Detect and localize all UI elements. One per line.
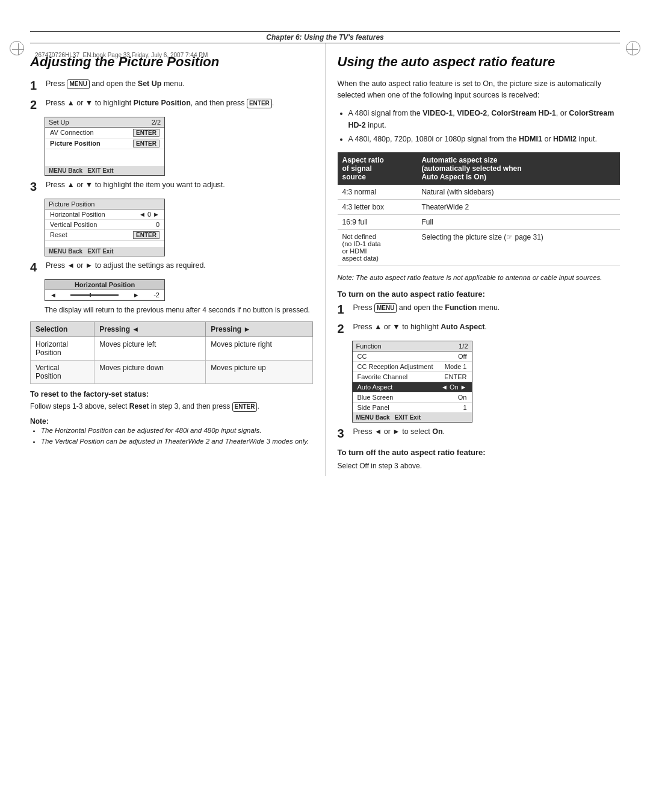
hpos-right-arrow: ► [133, 291, 140, 299]
hpos-left-action: Moves picture left [94, 337, 206, 361]
note-section: Note: The Horizontal Position can be adj… [30, 417, 313, 447]
hpos-slider-row: ◄ ► -2 [45, 290, 164, 300]
selection-table: Selection Pressing ◄ Pressing ► Horizont… [30, 321, 313, 384]
func-title-bar: Function 1/2 [353, 341, 472, 352]
right-step-2-content: Press ▲ or ▼ to highlight Auto Aspect. [353, 321, 621, 336]
menu-icon-r1: MENU [374, 303, 397, 313]
func-title: Function [356, 342, 382, 350]
screen-setup-page: 2/2 [152, 119, 161, 126]
reset-label: Reset [50, 231, 67, 239]
func-page: 1/2 [459, 342, 468, 350]
to-reset-heading: To reset to the factory-set status: [30, 390, 313, 398]
fav-enter-btn: ENTER [444, 373, 466, 380]
right-step-1-content: Press MENU and open the Function menu. [353, 302, 621, 317]
hpos-controls: ◄ 0 ► [139, 211, 159, 218]
enter-icon-reset: ENTER [232, 402, 258, 412]
screen-pp-footer: MENU Back EXIT Exit [45, 247, 164, 256]
pressing-right-col-header: Pressing ► [206, 322, 312, 337]
screen-pp-title: Picture Position [49, 200, 94, 208]
aspect-ratio-table: Aspect ratioof signalsource Automatic as… [338, 152, 621, 265]
step-2-content: Press ▲ or ▼ to highlight Picture Positi… [46, 98, 313, 112]
right-step-2: 2 Press ▲ or ▼ to highlight Auto Aspect. [338, 321, 621, 336]
vpos-left-action: Moves picture down [94, 361, 206, 384]
right-section-title: Using the auto aspect ratio feature [338, 54, 621, 70]
screen-pp-empty [45, 241, 164, 247]
blue-screen-value: On [458, 394, 467, 401]
bullet-list: A 480i signal from the VIDEO-1, VIDEO-2,… [338, 107, 621, 145]
page-wrapper: 267470726HL37_EN.book Page 33 Friday, Ju… [0, 31, 650, 812]
step-1-content: Press MENU and open the Set Up menu. [46, 78, 313, 93]
picture-position-label: Picture Position [50, 140, 101, 147]
list-item: The Vertical Position can be adjusted in… [41, 436, 313, 447]
func-menu-back: MENU Back [356, 414, 390, 421]
vpos-value: 0 [156, 221, 159, 228]
func-row-fav: Favorite Channel ENTER [353, 372, 472, 382]
picture-enter-btn: ENTER [133, 140, 159, 147]
signal-169-full: 16:9 full [338, 214, 417, 229]
func-row-blue-screen: Blue Screen On [353, 392, 472, 403]
table-row: 4:3 letter box TheaterWide 2 [338, 199, 621, 214]
func-footer: MENU Back EXIT Exit [353, 413, 472, 422]
menu-back-label: MENU Back [49, 167, 82, 174]
table-row: Not defined(no ID-1 dataor HDMIaspect da… [338, 229, 621, 265]
vpos-selection: VerticalPosition [31, 361, 94, 384]
aspect-col1-header: Aspect ratioof signalsource [338, 152, 417, 185]
intro-text: When the auto aspect ratio feature is se… [338, 78, 621, 101]
screen-setup-title: Set Up [49, 119, 69, 126]
right-step-1-number: 1 [338, 302, 351, 317]
selection-col-header: Selection [31, 322, 94, 337]
screen-row-hpos: Horizontal Position ◄ 0 ► [45, 209, 164, 220]
aspect-43-letterbox: TheaterWide 2 [416, 199, 620, 214]
screen-row-av: AV Connection ENTER [45, 128, 164, 138]
turn-off-heading: To turn off the auto aspect ratio featur… [338, 448, 621, 457]
pp-exit: EXIT Exit [87, 248, 113, 255]
screen-empty-space [45, 149, 164, 166]
screen-picture-position-mockup: Picture Position Horizontal Position ◄ 0… [45, 199, 165, 256]
crosshair-tl [12, 43, 24, 55]
screen-setup-mockup: Set Up 2/2 AV Connection ENTER Picture P… [45, 117, 165, 176]
note-italic: Note: The auto aspect ratio feature is n… [338, 273, 621, 282]
crosshair-tr [626, 43, 638, 55]
note-list: The Horizontal Position can be adjusted … [30, 426, 313, 447]
hpos-selection: HorizontalPosition [31, 337, 94, 361]
step-3-content: Press ▲ or ▼ to highlight the item you w… [46, 179, 313, 194]
hpos-label: Horizontal Position [50, 211, 105, 218]
right-step-2-number: 2 [338, 321, 351, 336]
pressing-left-col-header: Pressing ◄ [94, 322, 206, 337]
func-row-cc-adj: CC Reception Adjustment Mode 1 [353, 362, 472, 372]
hpos-slider [70, 294, 119, 296]
aspect-not-defined: Selecting the picture size (☞ page 31) [416, 229, 620, 265]
hpos-screen-title: Horizontal Position [45, 280, 164, 290]
signal-not-defined: Not defined(no ID-1 dataor HDMIaspect da… [338, 229, 417, 265]
side-panel-label: Side Panel [358, 404, 389, 411]
content-area: Adjusting the Picture Position 1 Press M… [30, 43, 620, 476]
func-exit: EXIT Exit [395, 414, 421, 421]
to-reset-content: Follow steps 1-3 above, select Reset in … [30, 401, 313, 412]
table-row: VerticalPosition Moves picture down Move… [31, 361, 313, 384]
step-2: 2 Press ▲ or ▼ to highlight Picture Posi… [30, 98, 313, 112]
cc-label: CC [358, 353, 367, 360]
note-label: Note: [30, 417, 49, 426]
step-1-number: 1 [30, 78, 43, 93]
cc-value: Off [458, 353, 466, 360]
slider-tick [90, 293, 91, 297]
table-row: HorizontalPosition Moves picture left Mo… [31, 337, 313, 361]
auto-aspect-label: Auto Aspect [358, 383, 393, 391]
step-4-content: Press ◄ or ► to adjust the settings as r… [46, 260, 313, 274]
fav-label: Favorite Channel [358, 373, 408, 380]
list-item: A 480i signal from the VIDEO-1, VIDEO-2,… [348, 107, 621, 131]
cc-adj-value: Mode 1 [445, 363, 467, 370]
reset-enter-btn: ENTER [133, 231, 159, 239]
turn-on-heading: To turn on the auto aspect ratio feature… [338, 290, 621, 299]
pp-menu-back: MENU Back [49, 248, 82, 255]
screen-row-picture: Picture Position ENTER [45, 138, 164, 149]
signal-43-letterbox: 4:3 letter box [338, 199, 417, 214]
step-3: 3 Press ▲ or ▼ to highlight the item you… [30, 179, 313, 194]
enter-icon-1: ENTER [247, 99, 272, 108]
menu-icon-1: MENU [67, 79, 89, 89]
step-4: 4 Press ◄ or ► to adjust the settings as… [30, 260, 313, 274]
turn-off-text: Select Off in step 3 above. [338, 460, 621, 471]
func-row-side-panel: Side Panel 1 [353, 403, 472, 413]
step-1: 1 Press MENU and open the Set Up menu. [30, 78, 313, 93]
step-4-number: 4 [30, 260, 43, 274]
